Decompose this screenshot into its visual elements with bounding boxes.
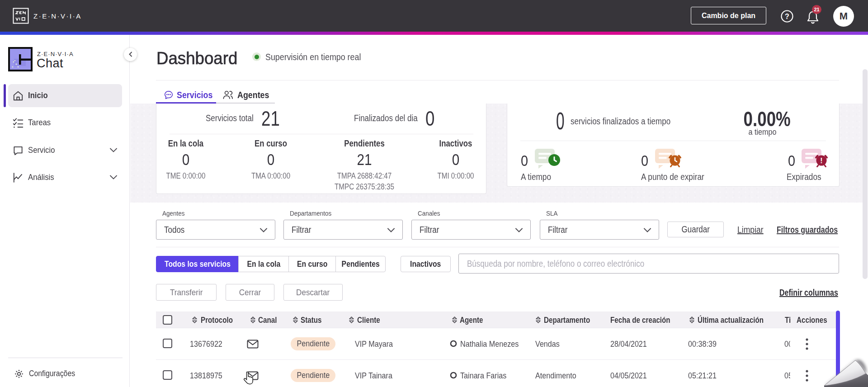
svg-text:!: ! <box>820 157 822 165</box>
svg-text:?: ? <box>785 13 789 20</box>
